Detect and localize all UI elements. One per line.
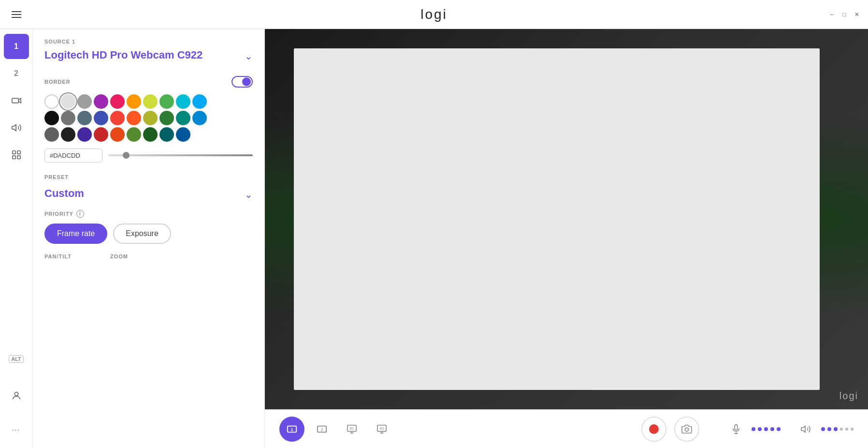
sidebar-item-camera[interactable] (4, 88, 29, 113)
svg-rect-4 (17, 151, 20, 154)
slider-thumb (123, 152, 130, 159)
color-swatch-cyan[interactable] (176, 94, 190, 109)
color-swatch-darkred[interactable] (94, 127, 108, 142)
svg-text:1: 1 (290, 427, 293, 432)
device-dropdown[interactable]: Logitech HD Pro Webcam C922 ⌄ (44, 48, 253, 64)
preview-watermark: logi (839, 390, 858, 402)
preset-label-text: PRESET (44, 174, 69, 180)
source1-number: 1 (14, 42, 18, 51)
sidebar-item-profile[interactable] (4, 383, 29, 408)
sidebar-item-source2[interactable]: 2 (4, 61, 29, 86)
sidebar-item-settings[interactable] (4, 142, 29, 167)
toolbar-monitor1-button[interactable]: M1 (339, 417, 364, 442)
toolbar-source1-button[interactable]: 1 (279, 417, 304, 442)
color-swatch-forest[interactable] (143, 127, 158, 142)
color-swatch-blue[interactable] (192, 94, 207, 109)
minimize-button[interactable]: – (828, 11, 835, 18)
screenshot-button[interactable] (674, 417, 699, 442)
spk-dot-4 (840, 428, 843, 431)
speaker-icon[interactable] (798, 421, 813, 437)
color-swatch-lime[interactable] (143, 94, 158, 109)
preset-value: Custom (44, 187, 84, 200)
color-swatch-pink[interactable] (110, 94, 125, 109)
priority-label-text: PRIORITY (44, 211, 73, 217)
opacity-slider[interactable] (108, 154, 253, 156)
framerate-button[interactable]: Frame rate (44, 224, 107, 244)
color-swatch-gray[interactable] (77, 94, 92, 109)
toolbar-source2-button[interactable]: 2 (309, 417, 334, 442)
border-label-text: BORDER (44, 79, 71, 85)
more-dots: … (12, 423, 21, 433)
pan-tilt-label: PAN/TILT (44, 254, 72, 259)
preset-dropdown[interactable]: Custom ⌄ (44, 187, 253, 200)
mic-icon[interactable] (728, 421, 744, 437)
speaker-volume-dots[interactable] (821, 427, 854, 431)
svg-rect-17 (735, 424, 738, 430)
color-swatch-nearblack[interactable] (61, 127, 75, 142)
color-swatch-deeppurple[interactable] (77, 127, 92, 142)
color-swatch-darkteal[interactable] (159, 127, 174, 142)
color-swatch-darklime[interactable] (143, 111, 158, 125)
color-swatch-lightblue[interactable] (192, 111, 207, 125)
color-swatch-lightgray[interactable] (61, 94, 75, 109)
sidebar: 1 2 ALT … (0, 29, 33, 448)
svg-marker-18 (801, 426, 805, 432)
app-logo: logi (420, 7, 448, 22)
color-swatch-darkgray[interactable] (61, 111, 75, 125)
device-dropdown-arrow[interactable]: ⌄ (245, 50, 253, 62)
spk-dot-3 (834, 427, 838, 431)
sidebar-item-alt[interactable]: ALT (4, 346, 29, 372)
svg-text:2: 2 (320, 427, 323, 432)
sidebar-item-audio[interactable] (4, 115, 29, 140)
close-button[interactable]: ✕ (854, 11, 860, 18)
color-swatch-medgray[interactable] (44, 127, 59, 142)
vol-dot-3 (764, 427, 768, 431)
sidebar-item-more[interactable]: … (4, 415, 29, 440)
color-swatch-transparent[interactable] (44, 94, 59, 109)
color-swatch-deeporange[interactable] (127, 111, 141, 125)
color-swatch-black[interactable] (44, 111, 59, 125)
source2-number: 2 (14, 69, 18, 78)
color-swatch-darkorange[interactable] (110, 127, 125, 142)
preset-dropdown-arrow[interactable]: ⌄ (245, 189, 253, 200)
record-button[interactable] (641, 417, 666, 442)
priority-buttons: Frame rate Exposure (44, 224, 253, 244)
color-swatch-navy[interactable] (176, 127, 190, 142)
color-swatch-purple[interactable] (94, 94, 108, 109)
color-swatch-olive[interactable] (127, 127, 141, 142)
color-swatch-indigo[interactable] (94, 111, 108, 125)
spk-dot-6 (851, 428, 854, 431)
spk-dot-2 (827, 427, 831, 431)
bottom-toolbar: 1 2 M1 (265, 409, 868, 448)
spk-dot-5 (845, 428, 848, 431)
color-swatch-bluegray[interactable] (77, 111, 92, 125)
maximize-button[interactable]: □ (841, 11, 848, 18)
preview-white-area (294, 48, 820, 390)
exposure-button[interactable]: Exposure (113, 224, 171, 244)
preview-video: logi (265, 29, 868, 409)
menu-button[interactable] (8, 7, 25, 22)
vol-dot-1 (752, 427, 755, 431)
border-toggle[interactable] (231, 76, 253, 88)
color-swatch-teal[interactable] (176, 111, 190, 125)
color-row-2 (44, 111, 253, 125)
record-controls (641, 417, 699, 442)
priority-info-icon[interactable]: i (76, 210, 84, 218)
title-bar: logi – □ ✕ (0, 0, 868, 29)
priority-label: PRIORITY i (44, 210, 253, 218)
color-hex-input[interactable] (44, 149, 102, 163)
toolbar-monitor2-button[interactable]: M2 (369, 417, 394, 442)
svg-point-16 (685, 428, 688, 431)
color-swatch-darkgreen[interactable] (159, 111, 174, 125)
toggle-knob (242, 77, 251, 86)
color-swatch-orange[interactable] (127, 94, 141, 109)
sidebar-item-source1[interactable]: 1 (4, 34, 29, 59)
svg-rect-6 (17, 156, 20, 159)
color-swatch-red[interactable] (110, 111, 125, 125)
color-swatch-green[interactable] (159, 94, 174, 109)
toolbar-source-buttons: 1 2 M1 (279, 417, 394, 442)
zoom-label: ZOOM (110, 254, 128, 259)
mic-volume-dots[interactable] (752, 427, 781, 431)
border-section-label: BORDER (44, 76, 253, 88)
color-row-3 (44, 127, 253, 142)
